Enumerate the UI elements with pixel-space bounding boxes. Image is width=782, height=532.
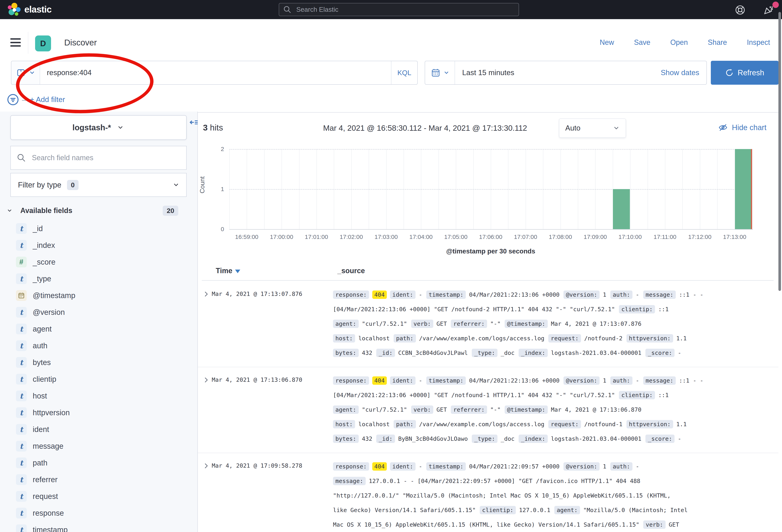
global-search-input[interactable]: Search Elastic	[279, 3, 519, 16]
field-name-badge: _id:	[376, 349, 395, 357]
field-item-bytes[interactable]: tbytes	[0, 354, 198, 371]
doc-timestamp: Mar 4, 2021 @ 17:09:58.278	[212, 459, 333, 532]
expand-row-icon[interactable]	[198, 459, 212, 532]
field-item-referrer[interactable]: treferrer	[0, 471, 198, 488]
query-bar[interactable]: response:404 KQL	[11, 61, 418, 85]
field-item-_type[interactable]: t_type	[0, 270, 198, 287]
field-value: 127.0.0.1	[519, 507, 550, 514]
chevron-down-icon	[172, 181, 180, 189]
field-item-timestamp[interactable]: ttimestamp	[0, 522, 198, 532]
field-name-badge: ident:	[390, 376, 416, 385]
field-item-@version[interactable]: t@version	[0, 304, 198, 320]
string-field-icon: t	[16, 474, 27, 485]
page-title: Discover	[64, 38, 97, 47]
date-quick-menu-button[interactable]	[425, 61, 455, 84]
field-name-badge: clientip:	[619, 391, 655, 399]
field-search-placeholder: Search field names	[32, 154, 93, 162]
show-dates-button[interactable]: Show dates	[661, 69, 699, 77]
field-item-host[interactable]: thost	[0, 387, 198, 404]
expand-row-icon[interactable]	[198, 287, 212, 360]
field-value: -	[419, 291, 422, 298]
field-value: "http://127.0.0.1/" "Mozilla/5.0 (Macint…	[333, 492, 671, 499]
field-value: _doc	[501, 435, 514, 442]
field-value: 432	[362, 349, 372, 356]
field-item-ident[interactable]: tident	[0, 421, 198, 438]
field-name-badge: message:	[643, 291, 676, 299]
field-name: @version	[33, 308, 65, 316]
field-value: 1	[603, 377, 606, 384]
field-value: "-"	[490, 406, 501, 413]
field-value: GET	[436, 320, 447, 327]
column-header-time[interactable]: Time	[216, 267, 240, 275]
filter-icon[interactable]	[7, 93, 19, 106]
field-search-input[interactable]: Search field names	[10, 146, 187, 170]
field-item-request[interactable]: trequest	[0, 488, 198, 505]
field-name-badge: _type:	[472, 349, 497, 357]
open-button[interactable]: Open	[670, 38, 688, 47]
time-range-value[interactable]: Last 15 minutes	[462, 69, 514, 77]
date-picker[interactable]: Last 15 minutes Show dates	[425, 61, 707, 85]
menu-icon[interactable]	[10, 38, 21, 47]
inspect-button[interactable]: Inspect	[747, 38, 770, 47]
field-name: path	[33, 459, 47, 467]
field-item-agent[interactable]: tagent	[0, 320, 198, 337]
string-field-icon: t	[16, 424, 27, 435]
hits-count: 3 hits	[203, 123, 223, 132]
histogram-bar[interactable]	[735, 149, 752, 229]
field-name-badge: response:	[333, 291, 369, 299]
field-value: "-"	[490, 320, 501, 327]
field-value: [04/Mar/2021:22:13:06 +0000] "GET /notfo…	[333, 306, 615, 313]
refresh-button[interactable]: Refresh	[711, 61, 779, 85]
global-header: elastic Search Elastic	[0, 0, 782, 19]
available-fields-header[interactable]: Available fields 20	[6, 204, 191, 218]
field-value: ByBN_3cB04dGovJLOawo	[398, 435, 468, 442]
elastic-logo[interactable]	[7, 3, 21, 16]
field-item-httpversion[interactable]: thttpversion	[0, 404, 198, 421]
field-name: request	[33, 492, 58, 501]
share-button[interactable]: Share	[708, 38, 727, 47]
search-icon	[284, 6, 291, 13]
histogram-bar[interactable]	[613, 189, 630, 229]
field-value: /notfound-2	[584, 335, 623, 342]
field-item-_id[interactable]: t_id	[0, 220, 198, 237]
newsfeed-icon[interactable]	[763, 4, 774, 15]
string-field-icon: t	[16, 491, 27, 502]
index-pattern-select[interactable]: logstash-*	[10, 115, 187, 140]
new-button[interactable]: New	[600, 38, 614, 47]
field-list: t_idt_index#_scoret_type@timestampt@vers…	[0, 220, 198, 532]
expand-row-icon[interactable]	[198, 373, 212, 446]
save-button[interactable]: Save	[634, 38, 650, 47]
string-field-icon: t	[16, 240, 27, 251]
field-value: [04/Mar/2021:22:13:06 +0000] "GET /notfo…	[333, 392, 615, 398]
field-item-message[interactable]: tmessage	[0, 438, 198, 455]
field-item-path[interactable]: tpath	[0, 455, 198, 471]
filter-by-type-select[interactable]: Filter by type 0	[10, 173, 187, 197]
field-item-_index[interactable]: t_index	[0, 237, 198, 254]
field-name-badge: @version:	[564, 376, 600, 385]
field-value: ::1	[658, 392, 669, 398]
field-value: 127.0.0.1 - - [04/Mar/2021:22:09:57 +000…	[369, 478, 640, 484]
hide-chart-button[interactable]: Hide chart	[718, 123, 767, 132]
add-filter-button[interactable]: + Add filter	[30, 96, 65, 104]
field-name-badge: request:	[548, 334, 581, 343]
field-item-_score[interactable]: #_score	[0, 254, 198, 270]
saved-query-menu-button[interactable]	[11, 61, 40, 84]
field-name-badge: ident:	[390, 291, 416, 299]
field-item-auth[interactable]: tauth	[0, 337, 198, 354]
field-name-badge: agent:	[333, 406, 359, 414]
doc-timestamp: Mar 4, 2021 @ 17:13:07.876	[212, 287, 333, 360]
field-item-@timestamp[interactable]: @timestamp	[0, 287, 198, 304]
highlighted-value: 404	[372, 462, 387, 471]
date-field-icon	[16, 290, 27, 301]
query-language-button[interactable]: KQL	[391, 61, 417, 84]
query-input[interactable]: response:404	[47, 69, 391, 77]
interval-select[interactable]: Auto	[559, 119, 626, 138]
field-item-clientip[interactable]: tclientip	[0, 371, 198, 387]
help-icon[interactable]	[735, 4, 746, 15]
field-item-response[interactable]: tresponse	[0, 505, 198, 522]
field-value: -	[419, 377, 422, 384]
string-field-icon: t	[16, 457, 27, 468]
string-field-icon: t	[16, 223, 27, 234]
collapse-sidebar-icon[interactable]	[189, 117, 199, 127]
scrollbar[interactable]	[778, 12, 781, 291]
